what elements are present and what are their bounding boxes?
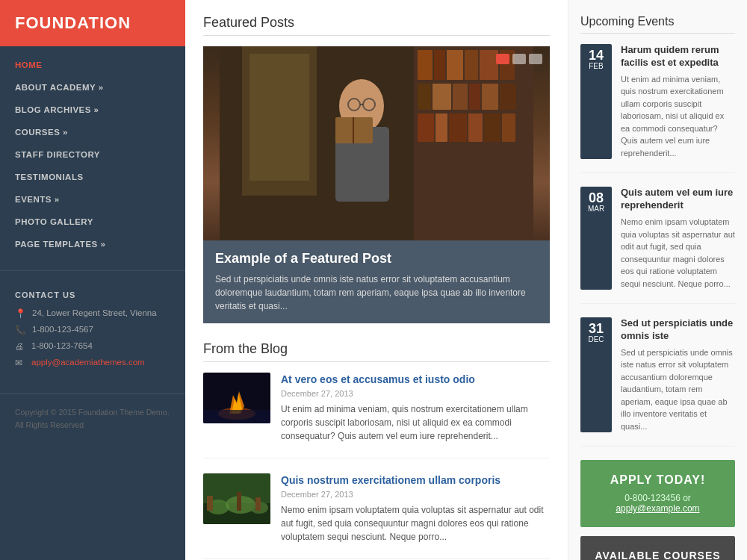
sidebar-item-blog[interactable]: BLOG ARCHIVES » bbox=[0, 99, 185, 121]
blog-thumb-2 bbox=[203, 473, 270, 524]
contact-address: 📍 24, Lower Regent Street, Vienna bbox=[15, 308, 170, 319]
svg-rect-7 bbox=[465, 50, 478, 80]
event-3-date: 31 Dec bbox=[580, 317, 612, 432]
sidebar-item-home[interactable]: HOME bbox=[0, 54, 185, 76]
svg-rect-12 bbox=[453, 84, 468, 110]
svg-rect-11 bbox=[433, 84, 451, 110]
courses-title: AVAILABLE COURSES bbox=[591, 550, 725, 560]
apply-box: APPLY TODAY! 0-800-123456 or apply@examp… bbox=[580, 460, 735, 527]
fax-icon: 🖨 bbox=[15, 341, 25, 352]
apply-phone: 0-800-123456 or apply@example.com bbox=[591, 493, 725, 514]
blog-thumb-image-2 bbox=[203, 473, 270, 524]
event-3-excerpt: Sed ut perspiciatis unde omnis iste natu… bbox=[621, 346, 735, 433]
blog-section-title: From the Blog bbox=[203, 341, 550, 362]
phone1-text: 1-800-123-4567 bbox=[32, 325, 93, 334]
sidebar-navigation: HOME ABOUT ACADEMY » BLOG ARCHIVES » COU… bbox=[0, 46, 185, 263]
blog-post-1-title[interactable]: At vero eos et accusamus et iusto odio bbox=[281, 373, 550, 386]
phone2-text: 1-800-123-7654 bbox=[31, 341, 93, 350]
event-2: 08 Mar Quis autem vel eum iure reprehend… bbox=[580, 187, 735, 304]
event-3-day: 31 bbox=[586, 322, 606, 335]
contact-title: CONTACT US bbox=[15, 290, 170, 299]
sidebar-item-courses[interactable]: COURSES » bbox=[0, 121, 185, 143]
svg-rect-14 bbox=[482, 84, 498, 110]
event-1-excerpt: Ut enim ad minima veniam, quis nostrum e… bbox=[621, 73, 735, 160]
sidebar-item-testimonials[interactable]: TESTIMONIALS bbox=[0, 166, 185, 188]
event-1-date: 14 Feb bbox=[580, 44, 612, 159]
featured-caption: Example of a Featured Post Sed ut perspi… bbox=[203, 240, 550, 323]
featured-image bbox=[203, 46, 550, 240]
svg-rect-40 bbox=[237, 492, 241, 511]
svg-rect-18 bbox=[449, 113, 467, 142]
event-1-title[interactable]: Harum quidem rerum facilis est et expedi… bbox=[621, 44, 735, 69]
slider-dot-1[interactable] bbox=[496, 54, 509, 64]
apply-title: APPLY TODAY! bbox=[591, 473, 725, 487]
address-text: 24, Lower Regent Street, Vienna bbox=[32, 308, 157, 317]
blog-thumb-1 bbox=[203, 373, 270, 423]
apply-email-link[interactable]: apply@example.com bbox=[616, 503, 699, 514]
svg-rect-5 bbox=[434, 50, 445, 80]
svg-rect-6 bbox=[447, 50, 463, 80]
svg-rect-10 bbox=[418, 84, 431, 110]
event-1-content: Harum quidem rerum facilis est et expedi… bbox=[621, 44, 735, 159]
sidebar-item-staff[interactable]: STAFF DIRECTORY bbox=[0, 143, 185, 166]
event-3-content: Sed ut perspiciatis unde omnis iste Sed … bbox=[621, 317, 735, 432]
event-1: 14 Feb Harum quidem rerum facilis est et… bbox=[580, 44, 735, 173]
blog-post-1-excerpt: Ut enim ad minima veniam, quis nostrum e… bbox=[281, 402, 550, 443]
blog-post-2: Quis nostrum exercitationem ullam corpor… bbox=[203, 473, 550, 559]
sidebar: FOUNDATION HOME ABOUT ACADEMY » BLOG ARC… bbox=[0, 0, 185, 560]
slider-dots bbox=[496, 54, 542, 64]
featured-slider: Example of a Featured Post Sed ut perspi… bbox=[203, 46, 550, 323]
upcoming-title: Upcoming Events bbox=[580, 15, 735, 34]
contact-section: CONTACT US 📍 24, Lower Regent Street, Vi… bbox=[0, 279, 185, 386]
sidebar-item-templates[interactable]: PAGE TEMPLATES » bbox=[0, 233, 185, 255]
svg-rect-39 bbox=[207, 496, 213, 511]
featured-image-wrap bbox=[203, 46, 550, 240]
blog-thumb-image-1 bbox=[203, 373, 270, 423]
featured-section-title: Featured Posts bbox=[203, 15, 550, 36]
event-2-content: Quis autem vel eum iure reprehenderit Ne… bbox=[621, 187, 735, 290]
featured-description: Sed ut perspiciatis unde omnis iste natu… bbox=[215, 273, 538, 313]
event-2-title[interactable]: Quis autem vel eum iure reprehenderit bbox=[621, 187, 735, 212]
svg-rect-20 bbox=[484, 113, 500, 142]
slider-dot-3[interactable] bbox=[529, 54, 542, 64]
copyright-text: Copyright © 2015 Foundation Theme Demo. … bbox=[0, 393, 185, 444]
sidebar-item-gallery[interactable]: PHOTO GALLERY bbox=[0, 211, 185, 233]
blog-post-2-content: Quis nostrum exercitationem ullam corpor… bbox=[281, 473, 550, 544]
svg-rect-19 bbox=[468, 113, 483, 142]
svg-rect-21 bbox=[502, 113, 515, 142]
svg-rect-15 bbox=[500, 84, 516, 110]
phone-icon: 📞 bbox=[15, 325, 26, 335]
blog-post-1-date: December 27, 2013 bbox=[281, 389, 550, 398]
email-link[interactable]: apply@academiathemes.com bbox=[31, 358, 145, 367]
svg-rect-2 bbox=[249, 54, 309, 181]
svg-rect-33 bbox=[203, 410, 270, 423]
site-title: FOUNDATION bbox=[15, 13, 170, 33]
featured-title: Example of a Featured Post bbox=[215, 251, 538, 267]
contact-phone2: 🖨 1-800-123-7654 bbox=[15, 341, 170, 352]
event-3-title[interactable]: Sed ut perspiciatis unde omnis iste bbox=[621, 317, 735, 343]
location-icon: 📍 bbox=[15, 308, 26, 319]
blog-post-2-date: December 27, 2013 bbox=[281, 490, 550, 499]
event-2-date: 08 Mar bbox=[580, 187, 612, 290]
blog-post-1-content: At vero eos et accusamus et iusto odio D… bbox=[281, 373, 550, 443]
svg-rect-17 bbox=[436, 113, 447, 142]
sidebar-item-about[interactable]: ABOUT ACADEMY » bbox=[0, 76, 185, 99]
blog-section: At vero eos et accusamus et iusto odio D… bbox=[203, 373, 550, 559]
contact-email[interactable]: ✉ apply@academiathemes.com bbox=[15, 358, 170, 368]
email-icon: ✉ bbox=[15, 358, 25, 368]
logo: FOUNDATION bbox=[0, 0, 185, 46]
svg-rect-25 bbox=[353, 117, 354, 143]
event-1-month: Feb bbox=[586, 62, 606, 70]
blog-post-1: At vero eos et accusamus et iusto odio D… bbox=[203, 373, 550, 458]
blog-post-2-excerpt: Nemo enim ipsam voluptatem quia voluptas… bbox=[281, 503, 550, 544]
main-content: Featured Posts bbox=[185, 0, 568, 560]
sidebar-item-events[interactable]: EVENTS » bbox=[0, 188, 185, 211]
event-3-month: Dec bbox=[586, 335, 606, 343]
contact-phone1: 📞 1-800-123-4567 bbox=[15, 325, 170, 335]
blog-post-2-title[interactable]: Quis nostrum exercitationem ullam corpor… bbox=[281, 473, 550, 487]
slider-dot-2[interactable] bbox=[512, 54, 526, 64]
courses-box: AVAILABLE COURSES Find out more about ou… bbox=[580, 536, 735, 560]
event-3: 31 Dec Sed ut perspiciatis unde omnis is… bbox=[580, 317, 735, 447]
svg-rect-13 bbox=[469, 84, 480, 110]
svg-rect-4 bbox=[418, 50, 433, 80]
